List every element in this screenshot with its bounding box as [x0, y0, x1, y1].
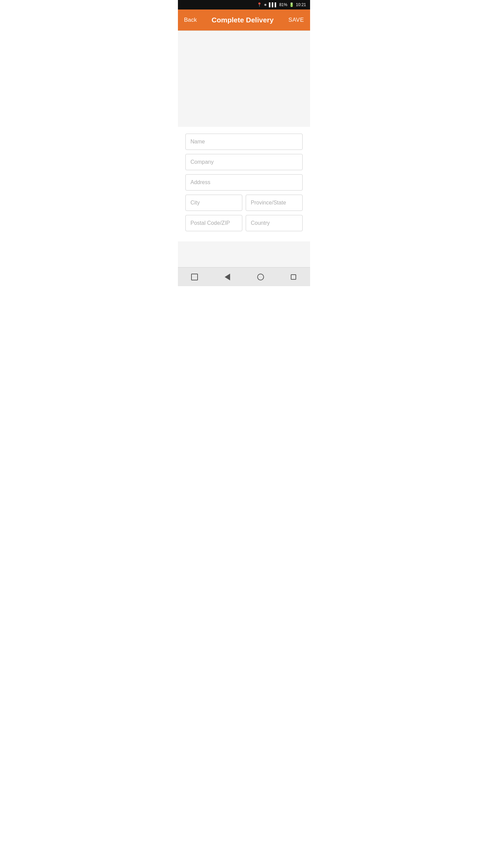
- nav-recents-button[interactable]: [289, 272, 298, 282]
- page-title: Complete Delivery: [197, 16, 288, 24]
- city-province-row: [185, 195, 303, 211]
- form-section: [178, 127, 310, 241]
- nav-back-button[interactable]: [223, 272, 232, 282]
- province-state-input[interactable]: [246, 195, 303, 211]
- home-square-icon: [191, 274, 198, 280]
- nav-home-button[interactable]: [190, 272, 199, 282]
- circle-icon: [257, 274, 264, 280]
- name-input[interactable]: [185, 134, 303, 150]
- signal-icon: ▌▌▌: [269, 2, 278, 7]
- company-input[interactable]: [185, 154, 303, 170]
- postal-code-input[interactable]: [185, 215, 242, 231]
- address-input[interactable]: [185, 174, 303, 191]
- recents-icon: [291, 274, 296, 280]
- back-button[interactable]: Back: [184, 17, 197, 23]
- content-area: [178, 32, 310, 267]
- battery-icon: 🔋: [289, 2, 294, 7]
- battery-text: 81%: [279, 2, 287, 7]
- status-icons: 📍 ∗ ▌▌▌ 81% 🔋 10:21: [257, 2, 306, 7]
- app-bar: Back Complete Delivery SAVE: [178, 9, 310, 31]
- back-triangle-icon: [225, 274, 230, 280]
- nav-bar: [178, 267, 310, 286]
- bluetooth-icon: ∗: [264, 2, 267, 7]
- country-input[interactable]: [246, 215, 303, 231]
- status-bar: 📍 ∗ ▌▌▌ 81% 🔋 10:21: [178, 0, 310, 9]
- location-icon: 📍: [257, 2, 262, 7]
- save-button[interactable]: SAVE: [288, 17, 304, 23]
- city-input[interactable]: [185, 195, 242, 211]
- time: 10:21: [296, 2, 306, 7]
- postal-country-row: [185, 215, 303, 231]
- nav-circle-button[interactable]: [256, 272, 265, 282]
